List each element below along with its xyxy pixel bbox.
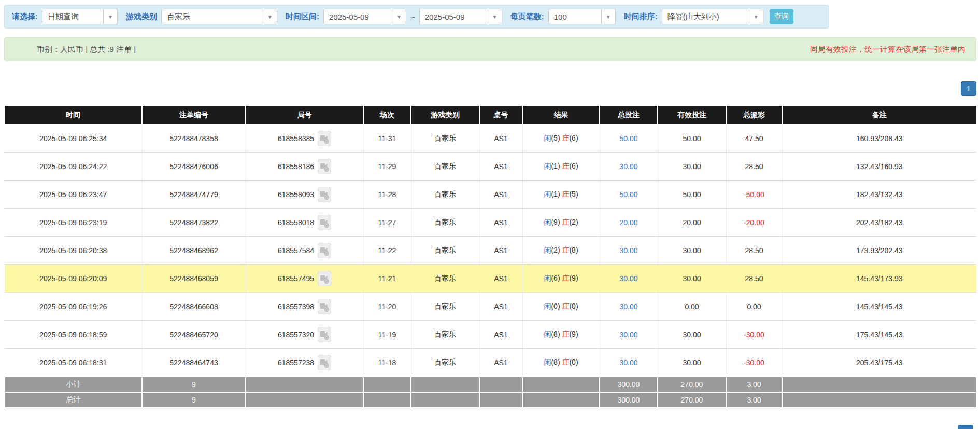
game-category-value: 百家乐 — [162, 12, 263, 22]
bet-id-cell: 522488476006 — [142, 153, 246, 181]
table-row: 2025-05-09 06:25:34522488478358618558385… — [5, 124, 976, 153]
round-id-cell: 618558093 — [246, 181, 363, 209]
valid-bet-cell: 50.00 — [658, 124, 726, 153]
subtotal-count: 9 — [142, 377, 246, 392]
time-sort-select[interactable]: 降幂(由大到小) ▼ — [662, 9, 763, 24]
chevron-down-icon: ▼ — [263, 9, 277, 24]
pagination-page-1-bottom[interactable]: 1 — [958, 425, 973, 429]
game-category-cell: 百家乐 — [411, 349, 479, 377]
header-bet-id: 注单编号 — [142, 106, 246, 124]
grand-total-payout: 3.00 — [726, 392, 782, 408]
total-bet-link[interactable]: 30.00 — [600, 349, 658, 377]
valid-bet-cell: 0.00 — [658, 293, 726, 321]
date-from-value: 2025-05-09 — [324, 12, 392, 21]
game-category-cell: 百家乐 — [411, 153, 479, 181]
query-type-value: 日期查询 — [42, 12, 103, 22]
payout-cell: 47.50 — [726, 124, 782, 153]
table-row: 2025-05-09 06:18:59522488465720618557320… — [5, 321, 976, 349]
remark-cell: 160.93/208.43 — [782, 124, 976, 153]
session-cell: 11-31 — [363, 124, 411, 153]
game-category-cell: 百家乐 — [411, 293, 479, 321]
date-range-separator: ~ — [410, 12, 415, 21]
table-header-row: 时间 注单编号 局号 场次 游戏类别 桌号 结果 总投注 有效投注 总派彩 备注 — [5, 106, 976, 124]
grand-total-total-bet: 300.00 — [600, 392, 658, 408]
total-bet-link[interactable]: 30.00 — [600, 293, 658, 321]
session-cell: 11-18 — [363, 349, 411, 377]
time-cell: 2025-05-09 06:23:47 — [5, 181, 142, 209]
game-category-cell: 百家乐 — [411, 181, 479, 209]
total-bet-link[interactable]: 30.00 — [600, 237, 658, 265]
payout-cell: -50.00 — [726, 181, 782, 209]
video-replay-icon[interactable] — [318, 131, 331, 146]
date-to-select[interactable]: 2025-05-09 ▼ — [419, 9, 502, 24]
time-cell: 2025-05-09 06:18:31 — [5, 349, 142, 377]
valid-bet-cell: 30.00 — [658, 153, 726, 181]
time-cell: 2025-05-09 06:18:59 — [5, 321, 142, 349]
table-row: 2025-05-09 06:18:31522488464743618557238… — [5, 349, 976, 377]
time-cell: 2025-05-09 06:25:34 — [5, 124, 142, 153]
session-cell: 11-28 — [363, 181, 411, 209]
game-category-select[interactable]: 百家乐 ▼ — [161, 9, 277, 24]
table-no-cell: AS1 — [479, 181, 522, 209]
bet-id-cell: 522488478358 — [142, 124, 246, 153]
valid-bet-cell: 30.00 — [658, 349, 726, 377]
video-replay-icon[interactable] — [318, 159, 331, 174]
total-bet-link[interactable]: 50.00 — [600, 181, 658, 209]
table-row: 2025-05-09 06:23:47522488474779618558093… — [5, 181, 976, 209]
time-sort-label: 时间排序: — [624, 12, 658, 22]
date-from-select[interactable]: 2025-05-09 ▼ — [323, 9, 406, 24]
total-bet-link[interactable]: 20.00 — [600, 209, 658, 237]
table-row: 2025-05-09 06:23:19522488473822618558018… — [5, 209, 976, 237]
game-category-label: 游戏类别 — [126, 12, 157, 22]
chevron-down-icon: ▼ — [749, 9, 763, 24]
payout-cell: 0.00 — [726, 293, 782, 321]
table-no-cell: AS1 — [479, 321, 522, 349]
video-replay-icon[interactable] — [318, 299, 331, 314]
subtotal-payout: 3.00 — [726, 377, 782, 392]
total-bet-link[interactable]: 50.00 — [600, 124, 658, 153]
bet-id-cell: 522488473822 — [142, 209, 246, 237]
game-category-cell: 百家乐 — [411, 321, 479, 349]
table-row: 2025-05-09 06:24:22522488476006618558186… — [5, 153, 976, 181]
session-cell: 11-19 — [363, 321, 411, 349]
video-replay-icon[interactable] — [318, 327, 331, 342]
round-id-cell: 618557320 — [246, 321, 363, 349]
chevron-down-icon: ▼ — [103, 9, 117, 24]
round-id-cell: 618557584 — [246, 237, 363, 265]
video-replay-icon[interactable] — [318, 215, 331, 230]
query-type-select[interactable]: 日期查询 ▼ — [42, 9, 118, 24]
summary-bar: 币别：人民币 | 总共 :9 注单 | 同局有效投注，统一计算在该局第一张注单内 — [4, 37, 976, 61]
total-bet-link[interactable]: 30.00 — [600, 321, 658, 349]
bet-id-cell: 522488474779 — [142, 181, 246, 209]
round-id-cell: 618557238 — [246, 349, 363, 377]
result-cell: 闲(2) 庄(8) — [522, 237, 600, 265]
video-replay-icon[interactable] — [318, 243, 331, 258]
time-cell: 2025-05-09 06:19:26 — [5, 293, 142, 321]
header-time: 时间 — [5, 106, 142, 124]
payout-cell: 28.50 — [726, 153, 782, 181]
time-cell: 2025-05-09 06:20:38 — [5, 237, 142, 265]
search-button[interactable]: 查询 — [770, 9, 793, 24]
payout-cell: -30.00 — [726, 349, 782, 377]
subtotal-label: 小计 — [5, 377, 142, 392]
pagination-page-1-top[interactable]: 1 — [961, 81, 976, 96]
valid-bet-cell: 30.00 — [658, 265, 726, 293]
header-table-no: 桌号 — [479, 106, 522, 124]
table-no-cell: AS1 — [479, 209, 522, 237]
header-round-id: 局号 — [246, 106, 363, 124]
total-bet-link[interactable]: 30.00 — [600, 265, 658, 293]
remark-cell: 175.43/145.43 — [782, 321, 976, 349]
video-replay-icon[interactable] — [318, 271, 331, 286]
valid-bet-cell: 50.00 — [658, 181, 726, 209]
table-no-cell: AS1 — [479, 349, 522, 377]
video-replay-icon[interactable] — [318, 355, 331, 370]
session-cell: 11-20 — [363, 293, 411, 321]
game-category-cell: 百家乐 — [411, 237, 479, 265]
page-size-select[interactable]: 100 ▼ — [548, 9, 616, 24]
total-bet-link[interactable]: 30.00 — [600, 153, 658, 181]
payout-cell: 28.50 — [726, 265, 782, 293]
subtotal-valid-bet: 270.00 — [658, 377, 726, 392]
remark-cell: 202.43/182.43 — [782, 209, 976, 237]
video-replay-icon[interactable] — [318, 187, 331, 202]
payout-cell: -20.00 — [726, 209, 782, 237]
